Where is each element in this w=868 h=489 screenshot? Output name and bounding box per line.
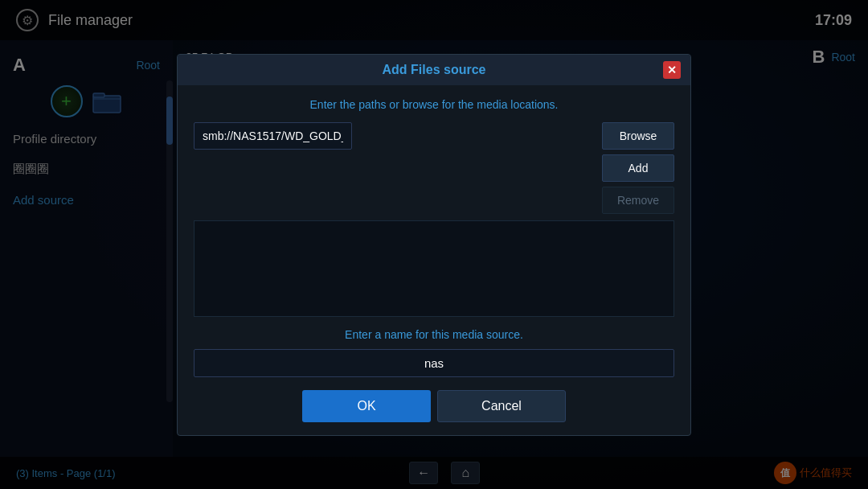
dialog-titlebar: Add Files source ✕ [178,55,690,85]
dialog-close-button[interactable]: ✕ [663,61,681,79]
add-button[interactable]: Add [602,154,674,182]
dialog-add-files-source: Add Files source ✕ Enter the paths or br… [177,54,691,436]
cancel-button[interactable]: Cancel [437,390,566,422]
modal-overlay: Add Files source ✕ Enter the paths or br… [0,0,868,489]
name-input[interactable] [194,349,674,377]
dialog-footer: OK Cancel [194,390,674,422]
ok-button[interactable]: OK [302,390,431,422]
browse-button[interactable]: Browse [602,122,674,150]
paths-area [194,220,674,317]
path-input[interactable] [194,122,352,150]
name-instruction: Enter a name for this media source. [194,328,674,341]
browse-col: Browse Add Remove [602,122,674,214]
dialog-body: Enter the paths or browse for the media … [178,85,690,435]
remove-button[interactable]: Remove [602,187,674,214]
dialog-instruction: Enter the paths or browse for the media … [194,98,674,111]
dialog-title: Add Files source [205,63,663,77]
